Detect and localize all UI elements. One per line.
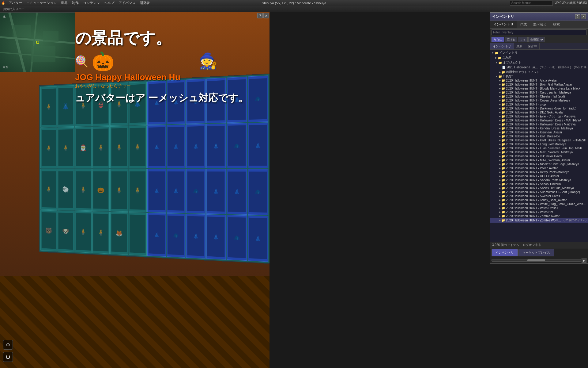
subtab-inventory[interactable]: インベントリ [490, 43, 514, 49]
tree-arrow-icon: ▶ [499, 79, 501, 82]
menu-item-developer[interactable]: 開発者 [138, 0, 152, 6]
folder-icon: 📁 [501, 143, 505, 146]
tree-item-label: 2020 Halloween HUNT - White_Stag_Small_G… [506, 202, 586, 206]
bottom-tab-marketplace[interactable]: マーケットプレイス [518, 249, 554, 256]
tree-item[interactable]: ▶📁2020 Halloween HUNT - Luas_Summer_Fun_… [490, 146, 588, 150]
tree-item[interactable]: ▶📁2020 Halloween HUNT - Coven Dress Mait… [490, 98, 588, 102]
subtab-recent[interactable]: 最新 [514, 43, 525, 49]
menu-item-advanced[interactable]: アドバンス [117, 0, 137, 6]
tab-sort[interactable]: 並べ替え [530, 21, 550, 28]
tree-item[interactable]: ▶📁2020 Halloween HUNT - Kizunaai_Avatar [490, 130, 588, 134]
filter-type-dropdown[interactable]: 全種類 [528, 37, 545, 42]
tree-item[interactable]: ▶📁ごみ箱 [490, 55, 588, 60]
tree-item[interactable]: ▶📁2020 Halloween HUNT - Witch Hat [490, 210, 588, 214]
tree-item[interactable]: ▶📁2020 Halloween HUNT - Witch Dress L [490, 206, 588, 210]
settings-button[interactable]: ⚙ [3, 340, 13, 350]
scrollbar-thumb[interactable] [527, 259, 545, 261]
inventory-help-button[interactable]: ? [575, 14, 580, 19]
tree-item[interactable]: ▶📁2020 Halloween HUNT - Teddy_Bear_Avata… [490, 198, 588, 202]
top-right-bar: JP:0 JP の残高 8:05:53 [510, 1, 587, 6]
inventory-title-controls: ? ✕ [575, 14, 586, 19]
bottom-tab-inventory[interactable]: インベントリ [492, 249, 518, 256]
tree-item[interactable]: ▶📁2020 Halloween HUNT - Kendra_Dress_Mai… [490, 126, 588, 130]
tree-arrow-icon: ▶ [499, 71, 501, 74]
viewport-help-button[interactable]: ? [257, 13, 263, 18]
tree-item[interactable]: ▶📁2020 Halloween HUNT - DBZ Goku Avatar [490, 110, 588, 114]
tree-item[interactable]: ▶📁2020 Halloween HUNT - Evie - Crop Top … [490, 114, 588, 118]
tree-item[interactable]: ▶📁2020 Halloween HUNT - Halloween Dress … [490, 118, 588, 122]
search-menus-input[interactable] [510, 1, 553, 6]
tab-search[interactable]: 検索 [550, 21, 563, 28]
tree-item[interactable]: 📄2020 Halloween Hunt HUD(コピー不可) (譲渡不可) (… [490, 65, 588, 70]
item-cell: 🐶 [57, 210, 74, 252]
tree-item[interactable]: ▶📁2020 Halloween HUNT - Halloween Dress … [490, 122, 588, 126]
tree-item[interactable]: ▶📁2020 Halloween HUNT - Knit_Dress-Ice [490, 134, 588, 138]
filter-expand-button[interactable]: 広げる [505, 37, 517, 42]
tree-arrow-icon: ▶ [499, 147, 501, 150]
tree-item-label: 2020 Halloween HUNT - Sweater Dress [506, 194, 560, 198]
menu-item-help[interactable]: ヘルプ [102, 0, 116, 6]
viewport[interactable]: 北 南西 ? ✕ の景品です。 🧙 🍭 🎃 [0, 12, 270, 368]
tree-item-label: 2020 Halloween HUNT - Halloween Dress - … [506, 119, 581, 122]
folder-icon: 📁 [501, 202, 505, 206]
favorites-bar: お気に入りバー [0, 6, 588, 12]
scroll-right-button[interactable]: ▶ [582, 258, 586, 263]
tree-item[interactable]: ▶📁2020 Halloween HUNT - Darkness Rose Ho… [490, 106, 588, 110]
item-cell: 🧍 [40, 86, 57, 128]
tree-item[interactable]: ▶📁2020 Halloween HUNT - Shorts DirtBlue_… [490, 186, 588, 190]
tree-item[interactable]: ▶📁2020 Halloween HUNT - School Uniform [490, 182, 588, 186]
tree-item[interactable]: ▶📁2020 Halloween HUNT - Zombie Woman Ava… [490, 218, 588, 223]
tab-inventory[interactable]: インベントリ [490, 21, 517, 28]
tab-create[interactable]: 作成 [517, 21, 530, 28]
tree-item[interactable]: ▶📁2020 Halloween HUNT - White_Stag_Small… [490, 202, 588, 206]
tree-item[interactable]: ▶📁2020 Halloween HUNT - Cargo pants - Ma… [490, 90, 588, 94]
tree-item[interactable]: ▶📁着用中のアウトフィット [490, 70, 588, 75]
folder-icon: 📁 [498, 61, 502, 64]
filter-all-button[interactable]: ただむ [492, 37, 504, 42]
subtab-storage[interactable]: 保管中 [525, 43, 540, 49]
tree-item[interactable]: ▶📁2020 Halloween HUNT - Sup Witches T-Sh… [490, 190, 588, 194]
menu-item-create[interactable]: 制作 [70, 0, 81, 6]
minimap[interactable]: 北 南西 [0, 12, 75, 72]
menu-item-content[interactable]: コンテンツ [81, 0, 102, 6]
folder-icon: 📁 [501, 91, 505, 94]
tree-item[interactable]: ▶📁2020 Halloween HUNT - Police Avatar [490, 166, 588, 170]
tree-item[interactable]: ▶📁2020 Halloween HUNT - Zombie Avatar [490, 214, 588, 218]
tree-item[interactable]: ▶📁2020 Halloween HUNT - mikumiku Avatar [490, 154, 588, 158]
tree-item[interactable]: ▶📁2020 Halloween HUNT - Cheetah Tail (ad… [490, 94, 588, 98]
tree-item-label: 2020 Halloween HUNT - Sandra Pants Maitr… [506, 178, 571, 182]
folder-icon: 📁 [501, 119, 505, 122]
tree-item[interactable]: ▼📁オブジェクト [490, 60, 588, 65]
tree-item[interactable]: ▶📁2020 Halloween HUNT - crop [490, 102, 588, 106]
menu-item-avatar[interactable]: アバター [7, 0, 24, 6]
svg-rect-4 [13, 25, 31, 37]
tree-item[interactable]: ▶📁2020 Halloween HUNT - Remy Pants-Maitr… [490, 170, 588, 174]
power-button[interactable]: ⏻ [3, 352, 13, 362]
tree-item[interactable]: ▶📁2020 Halloween HUNT - Maxi_Sweater_Mai… [490, 150, 588, 154]
tree-item[interactable]: ▶📁2020 Halloween HUNT - Sweater Dress [490, 194, 588, 198]
tree-item[interactable]: ▶📁2020 Halloween HUNT - Bikini Girl Mali… [490, 82, 588, 86]
menu-item-communication[interactable]: コミュニケーション [24, 0, 58, 6]
filter-input[interactable] [492, 29, 586, 35]
tree-item[interactable]: ▶📁2020 Halloween HUNT - Alicia-Avatar [490, 79, 588, 82]
tree-item[interactable]: ▶📁2020 Halloween HUNT - Sandra Pants Mai… [490, 178, 588, 182]
tree-arrow-icon: ▶ [499, 211, 501, 213]
folder-icon: 📁 [501, 151, 505, 154]
tree-item[interactable]: ▼📁インベントリ [490, 50, 588, 55]
tree-item-label: 2020 Halloween HUNT - Maxi_Sweater_Maitr… [506, 151, 573, 154]
tree-item[interactable]: ▶📁2020 Halloween HUNT - Long Skirt Maitr… [490, 142, 588, 146]
viewport-close-button[interactable]: ✕ [263, 13, 269, 18]
folder-icon: 📁 [498, 75, 502, 78]
tree-item[interactable]: ▶📁2020 Halloween HUNT - ROLLY Avatar [490, 174, 588, 178]
tree-item[interactable]: ▶📁2020 Halloween HUNT - Knitt_Dress_blue… [490, 138, 588, 142]
tree-item[interactable]: ▼📁#HANT [490, 75, 588, 79]
inventory-close-button[interactable]: ✕ [581, 14, 586, 19]
tree-item[interactable]: ▶📁2020 Halloween HUNT - Bloody Mary dres… [490, 86, 588, 90]
item-cell: 🧍 [75, 84, 92, 126]
inventory-tree[interactable]: ▼📁インベントリ▶📁ごみ箱▼📁オブジェクト📄2020 Halloween Hun… [490, 50, 588, 242]
tree-item[interactable]: ▶📁2020 Halloween HUNT - Nicole's Shirt S… [490, 162, 588, 166]
filter-fi-button[interactable]: フィ [518, 37, 528, 42]
tree-item[interactable]: ▶📁2020 Halloween HUNT - MiNi_Skeleton_Av… [490, 158, 588, 162]
tree-arrow-icon: ▶ [499, 159, 501, 162]
menu-item-world[interactable]: 世界 [59, 0, 70, 6]
